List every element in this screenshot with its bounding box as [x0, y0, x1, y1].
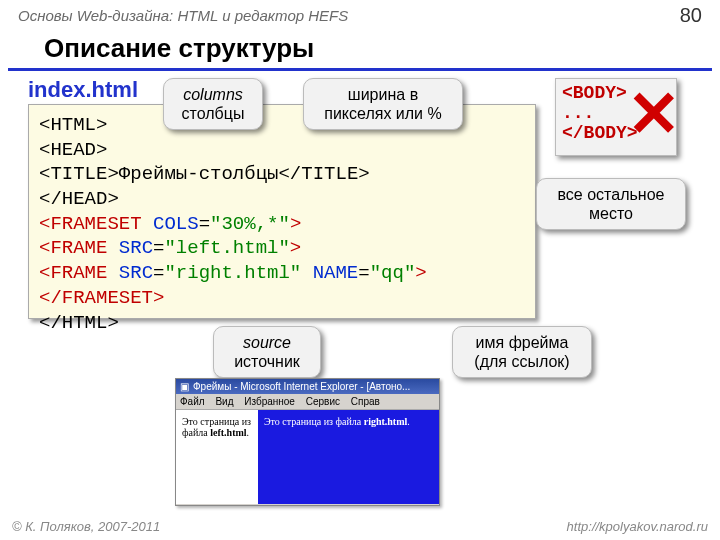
code-val: "right.html": [164, 262, 301, 284]
browser-preview: ▣ Фреймы - Microsoft Internet Explorer -…: [175, 378, 440, 506]
code-tag: >: [290, 213, 301, 235]
left-frame: Это страница из файла left.html.: [176, 410, 258, 504]
menu-item: Вид: [215, 396, 233, 407]
footer: © К. Поляков, 2007-2011 http://kpolyakov…: [0, 515, 720, 540]
code-attr: SRC: [107, 237, 153, 259]
browser-title: Фреймы - Microsoft Internet Explorer - […: [193, 381, 410, 392]
callout-text: источник: [228, 352, 306, 371]
callout-text: columns: [178, 85, 248, 104]
code-attr: SRC: [107, 262, 153, 284]
code-tag: <FRAMESET: [39, 213, 142, 235]
breadcrumb: Основы Web-дизайна: HTML и редактор HEFS: [18, 7, 348, 24]
code-attr: NAME: [301, 262, 358, 284]
callout-text: все остальное место: [551, 185, 671, 223]
code-line: </HEAD>: [39, 188, 119, 210]
footer-url: http://kpolyakov.narod.ru: [567, 519, 708, 534]
frame-text: Это страница из файла: [264, 416, 361, 427]
menu-item: Файл: [180, 396, 205, 407]
code-eq: =: [358, 262, 369, 284]
code-eq: =: [153, 237, 164, 259]
header: Основы Web-дизайна: HTML и редактор HEFS…: [0, 0, 720, 29]
copyright: © К. Поляков, 2007-2011: [12, 519, 160, 534]
browser-frames: Это страница из файла left.html. Это стр…: [176, 410, 439, 504]
code-val: "left.html": [164, 237, 289, 259]
callout-text: source: [228, 333, 306, 352]
code-val: "qq": [370, 262, 416, 284]
code-eq: =: [199, 213, 210, 235]
code-tag: </TITLE>: [278, 163, 369, 185]
menu-item: Избранное: [244, 396, 295, 407]
code-eq: =: [153, 262, 164, 284]
browser-menu: Файл Вид Избранное Сервис Справ: [176, 394, 439, 410]
callout-columns: columns столбцы: [163, 78, 263, 130]
code-tag: <TITLE>: [39, 163, 119, 185]
cross-icon: ✕: [627, 82, 681, 146]
callout-width: ширина в пикселях или %: [303, 78, 463, 130]
callout-source: source источник: [213, 326, 321, 378]
callout-name: имя фрейма (для ссылок): [452, 326, 592, 378]
frame-text-bold: right.html: [364, 416, 408, 427]
code-tag: <FRAME: [39, 237, 107, 259]
code-line: <HTML>: [39, 114, 107, 136]
callout-text: ширина в пикселях или %: [318, 85, 448, 123]
code-tag: <FRAME: [39, 262, 107, 284]
callout-text: имя фрейма (для ссылок): [467, 333, 577, 371]
menu-item: Сервис: [306, 396, 340, 407]
menu-item: Справ: [351, 396, 380, 407]
page-title: Описание структуры: [8, 29, 712, 71]
browser-titlebar: ▣ Фреймы - Microsoft Internet Explorer -…: [176, 379, 439, 394]
code-text: Фреймы-столбцы: [119, 163, 279, 185]
code-line: <HEAD>: [39, 139, 107, 161]
code-line: </HTML>: [39, 312, 119, 334]
code-val: "30%,*": [210, 213, 290, 235]
ie-icon: ▣: [180, 381, 189, 392]
right-frame: Это страница из файла right.html.: [258, 410, 439, 504]
code-tag: >: [415, 262, 426, 284]
callout-rest: все остальное место: [536, 178, 686, 230]
code-tag: >: [290, 237, 301, 259]
code-line: </FRAMESET>: [39, 287, 164, 309]
code-block: <HTML> <HEAD> <TITLE>Фреймы-столбцы</TIT…: [28, 104, 536, 319]
code-attr: COLS: [142, 213, 199, 235]
page-number: 80: [680, 4, 702, 27]
frame-text-bold: left.html: [210, 427, 246, 438]
callout-text: столбцы: [178, 104, 248, 123]
